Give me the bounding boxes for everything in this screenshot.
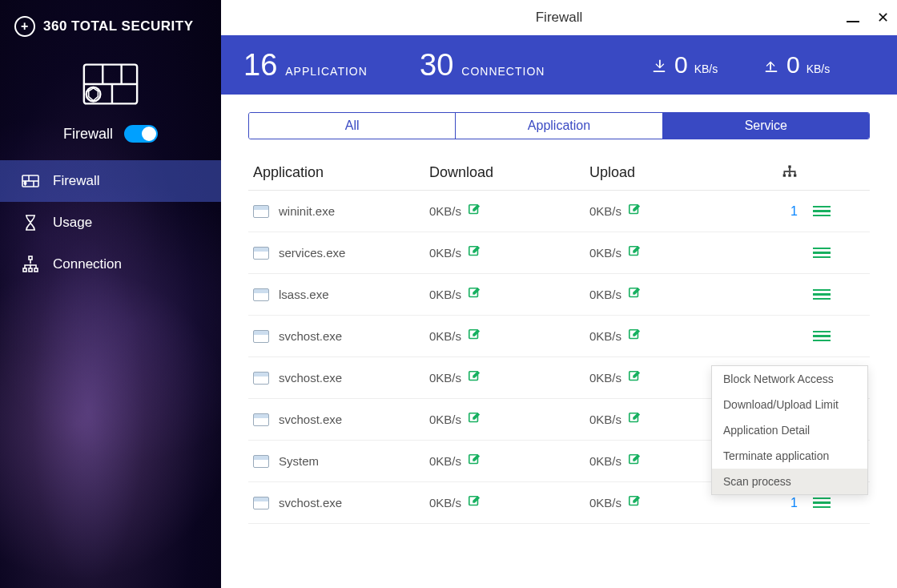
upload-rate: 0KB/s [589, 413, 621, 426]
download-icon [650, 58, 668, 73]
row-menu-icon[interactable] [813, 289, 831, 300]
header-application: Application [253, 164, 429, 181]
svg-rect-22 [794, 171, 796, 174]
brand-text: 360 TOTAL SECURITY [43, 18, 194, 34]
svg-rect-19 [784, 171, 796, 172]
download-rate: 0KB/s [429, 329, 461, 343]
ctx-terminate[interactable]: Terminate application [712, 443, 867, 469]
svg-rect-17 [794, 174, 796, 176]
brand-logo-icon: + [14, 16, 35, 37]
upload-rate: 0KB/s [589, 246, 621, 260]
app-file-icon [253, 247, 269, 260]
sidebar-item-label: Usage [53, 215, 92, 231]
svg-rect-11 [23, 268, 26, 272]
stat-upload: 0 KB/s [762, 51, 875, 79]
download-rate: 0KB/s [429, 496, 461, 509]
table-row: svchost.exe0KB/s0KB/s [248, 316, 870, 357]
window-title: Firewall [536, 10, 583, 26]
edit-upload-icon[interactable] [628, 245, 641, 260]
edit-upload-icon[interactable] [628, 453, 641, 469]
download-rate: 0KB/s [429, 413, 461, 426]
download-rate: 0KB/s [429, 288, 461, 301]
close-button[interactable]: ✕ [877, 10, 889, 25]
table-row: lsass.exe0KB/s0KB/s [248, 274, 870, 316]
table-header: Application Download Upload [248, 155, 870, 191]
titlebar: Firewall ✕ [221, 0, 897, 35]
svg-rect-14 [788, 165, 790, 167]
row-context-menu: Block Network Access Download/Upload Lim… [711, 365, 868, 495]
app-file-icon [253, 288, 269, 301]
sidebar-item-firewall[interactable]: Firewall [0, 160, 221, 202]
stat-connections: 30 CONNECTION [420, 48, 612, 83]
connection-count[interactable]: 1 [750, 204, 806, 219]
svg-rect-13 [34, 268, 38, 272]
edit-download-icon[interactable] [468, 495, 481, 510]
app-file-icon [253, 455, 269, 468]
edit-upload-icon[interactable] [628, 370, 641, 385]
stat-applications: 16 APPLICATION [243, 48, 420, 83]
app-file-icon [253, 497, 269, 509]
edit-upload-icon[interactable] [628, 412, 641, 427]
download-rate: 0KB/s [429, 204, 461, 218]
app-file-icon [253, 205, 269, 218]
ctx-block-network[interactable]: Block Network Access [712, 366, 867, 392]
header-upload: Upload [589, 164, 750, 181]
stat-download: 0 KB/s [650, 51, 762, 79]
tab-application[interactable]: Application [455, 113, 662, 139]
edit-upload-icon[interactable] [628, 287, 641, 302]
upload-rate: 0KB/s [589, 454, 621, 468]
ctx-limit[interactable]: Download/Upload Limit [712, 392, 867, 417]
row-menu-icon[interactable] [813, 248, 831, 259]
row-menu-icon[interactable] [813, 497, 831, 509]
svg-rect-10 [29, 256, 32, 260]
firewall-toggle-label: Firewall [63, 126, 113, 143]
edit-download-icon[interactable] [468, 412, 481, 427]
ctx-scan[interactable]: Scan process [712, 469, 867, 494]
svg-rect-12 [29, 268, 32, 272]
svg-rect-20 [784, 171, 786, 174]
firewall-toggle[interactable] [124, 125, 158, 143]
edit-download-icon[interactable] [468, 203, 481, 219]
svg-rect-21 [789, 171, 790, 174]
upload-rate: 0KB/s [589, 329, 621, 343]
download-rate: 0KB/s [429, 371, 461, 385]
svg-rect-15 [783, 174, 786, 176]
app-file-icon [253, 330, 269, 343]
process-name: lsass.exe [279, 288, 329, 301]
tab-all[interactable]: All [249, 113, 455, 139]
sidebar: + 360 TOTAL SECURITY Firewall [0, 0, 221, 588]
download-rate: 0KB/s [429, 454, 461, 468]
svg-rect-16 [788, 174, 790, 176]
stats-bar: 16 APPLICATION 30 CONNECTION 0 KB/s 0 KB… [221, 35, 897, 95]
minimize-button[interactable] [847, 10, 859, 25]
svg-rect-18 [789, 167, 790, 170]
sidebar-nav: Firewall Usage Connection [0, 160, 221, 285]
edit-upload-icon[interactable] [628, 495, 641, 510]
row-menu-icon[interactable] [813, 331, 831, 342]
download-rate: 0KB/s [429, 246, 461, 260]
edit-download-icon[interactable] [468, 328, 481, 344]
filter-tabs: All Application Service [248, 112, 870, 139]
ctx-app-detail[interactable]: Application Detail [712, 417, 867, 443]
edit-download-icon[interactable] [468, 245, 481, 260]
tab-service[interactable]: Service [662, 113, 869, 139]
brand: + 360 TOTAL SECURITY [0, 0, 221, 53]
process-name: System [279, 454, 319, 468]
process-name: wininit.exe [279, 204, 335, 218]
firewall-icon [21, 171, 40, 191]
edit-download-icon[interactable] [468, 453, 481, 469]
edit-download-icon[interactable] [468, 287, 481, 302]
table-row: services.exe0KB/s0KB/s [248, 232, 870, 274]
sidebar-item-label: Connection [53, 256, 122, 272]
row-menu-icon[interactable] [813, 206, 831, 217]
edit-upload-icon[interactable] [628, 203, 641, 219]
edit-upload-icon[interactable] [628, 328, 641, 344]
connection-count[interactable]: 1 [750, 496, 806, 510]
table-row: wininit.exe0KB/s0KB/s1 [248, 191, 870, 232]
edit-download-icon[interactable] [468, 370, 481, 385]
sidebar-item-usage[interactable]: Usage [0, 202, 221, 244]
upload-rate: 0KB/s [589, 204, 621, 218]
sidebar-item-connection[interactable]: Connection [0, 244, 221, 285]
process-name: svchost.exe [279, 371, 342, 385]
main: Firewall ✕ 16 APPLICATION 30 CONNECTION … [221, 0, 897, 588]
